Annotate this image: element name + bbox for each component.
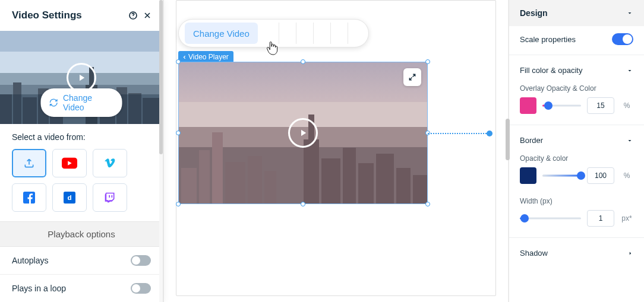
option-loop-label: Plays in a loop <box>12 284 131 293</box>
canvas-area[interactable]: Change Video <box>163 0 509 302</box>
panel-title: Video Settings <box>12 9 126 21</box>
scale-props-label: Scale properties <box>520 35 576 44</box>
source-twitch[interactable] <box>93 183 127 212</box>
resize-handle[interactable] <box>425 202 430 206</box>
width-label: Width (px) <box>509 192 644 210</box>
overlay-opacity-unit: % <box>620 101 633 110</box>
svg-text:d: d <box>67 193 71 201</box>
svg-rect-7 <box>112 195 113 198</box>
play-icon[interactable] <box>67 63 96 93</box>
resize-handle[interactable] <box>301 202 305 206</box>
selection-badge: Video Player <box>178 51 233 63</box>
video-player-element[interactable] <box>178 62 428 204</box>
toolbar-chat-icon[interactable] <box>314 23 331 44</box>
alignment-guide <box>428 133 489 134</box>
option-autoplays-label: Autoplays <box>12 256 131 265</box>
help-icon[interactable] <box>126 8 140 23</box>
option-loop-toggle[interactable] <box>131 283 151 294</box>
play-icon[interactable] <box>288 118 318 148</box>
source-facebook[interactable] <box>12 183 46 212</box>
resize-handle[interactable] <box>301 59 305 64</box>
overlay-color-swatch[interactable] <box>520 97 536 114</box>
toolbar-layout-icon[interactable] <box>279 23 296 44</box>
left-scrollbar[interactable] <box>159 0 163 302</box>
border-opacity-value[interactable]: 100 <box>587 167 614 184</box>
chevron-down-icon[interactable] <box>626 67 633 74</box>
resize-handle[interactable] <box>176 131 181 135</box>
source-dailymotion[interactable]: d <box>52 183 87 212</box>
svg-point-1 <box>132 17 133 18</box>
chevron-right-icon[interactable] <box>627 250 633 256</box>
center-scrollbar[interactable] <box>506 119 510 160</box>
resize-handle[interactable] <box>176 59 181 64</box>
video-settings-panel: Video Settings <box>0 0 163 302</box>
source-vimeo[interactable] <box>93 149 127 177</box>
toolbar-change-video[interactable]: Change Video <box>185 23 258 44</box>
chevron-down-icon[interactable] <box>626 9 633 17</box>
playback-header: Playback options <box>0 221 163 247</box>
shadow-label: Shadow <box>520 249 548 258</box>
source-upload[interactable] <box>12 149 46 177</box>
border-opacity-unit: % <box>620 171 633 180</box>
resize-handle[interactable] <box>176 202 181 206</box>
close-icon[interactable] <box>140 8 154 23</box>
toolbar-help-icon[interactable] <box>331 23 348 44</box>
width-slider[interactable] <box>520 212 581 224</box>
option-autoplays-toggle[interactable] <box>131 255 151 266</box>
overlay-opacity-value[interactable]: 15 <box>587 97 614 114</box>
design-header: Design <box>520 8 548 18</box>
width-value[interactable]: 1 <box>587 210 614 227</box>
expand-icon[interactable] <box>403 68 421 86</box>
toolbar-settings-icon[interactable] <box>262 23 279 44</box>
fill-color-label: Fill color & opacity <box>520 66 582 75</box>
opacity-color-label: Opacity & color <box>509 150 644 167</box>
border-color-swatch[interactable] <box>520 167 536 184</box>
change-video-button[interactable]: Change Video <box>41 88 122 117</box>
design-panel: Design Scale properties Fill color & opa… <box>509 0 644 302</box>
resize-handle[interactable] <box>425 59 430 64</box>
chevron-down-icon[interactable] <box>626 137 633 144</box>
overlay-opacity-label: Overlay Opacity & Color <box>509 80 644 97</box>
video-thumb[interactable]: Change Video <box>0 31 163 124</box>
alignment-guide-handle[interactable] <box>487 131 493 136</box>
change-video-label: Change Video <box>63 93 114 112</box>
scale-props-toggle[interactable] <box>612 33 633 45</box>
svg-rect-6 <box>109 195 110 198</box>
width-unit: px* <box>620 214 633 222</box>
select-source-label: Select a video from: <box>0 124 163 149</box>
source-youtube[interactable] <box>52 149 87 177</box>
border-opacity-slider[interactable] <box>542 170 581 182</box>
toolbar-more-icon[interactable] <box>348 23 365 44</box>
cursor-icon <box>265 42 278 56</box>
border-label: Border <box>520 136 543 145</box>
toolbar-animation-icon[interactable] <box>296 23 314 44</box>
overlay-opacity-slider[interactable] <box>542 100 581 112</box>
